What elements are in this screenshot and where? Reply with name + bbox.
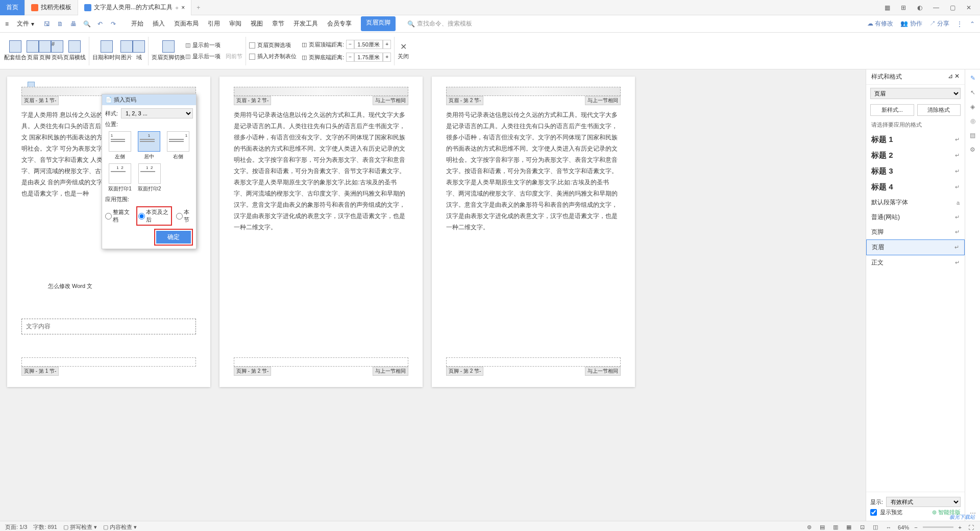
menu-header-footer[interactable]: 页眉页脚 xyxy=(361,16,396,31)
close-button[interactable]: ✕ xyxy=(963,2,975,14)
header-distance-value[interactable]: 1.50厘米 xyxy=(354,40,383,49)
document-canvas[interactable]: 页眉 - 第 1 节- 字是人类用符 息以传之久远的方式和工具。现代文字 录的工… xyxy=(0,69,866,521)
view-book-icon[interactable]: ▤ xyxy=(818,523,826,532)
page-indicator[interactable]: 页面: 1/3 xyxy=(5,523,27,531)
pos-left[interactable]: 1左侧 xyxy=(109,131,131,160)
share-button[interactable]: ↗ 分享 xyxy=(929,19,949,28)
tab-templates[interactable]: 找稻壳模板 xyxy=(25,0,78,15)
same-prev-label[interactable]: 同前节 xyxy=(226,53,242,60)
style-item[interactable]: 标题 2↵ xyxy=(866,148,965,163)
coop-button[interactable]: 👥 协作 xyxy=(900,19,922,28)
maximize-button[interactable]: ▢ xyxy=(946,2,959,14)
side-styles-icon[interactable]: ✎ xyxy=(970,75,975,82)
hamburger-icon[interactable]: ≡ xyxy=(5,20,9,28)
style-item[interactable]: 标题 3↵ xyxy=(866,163,965,179)
menu-pagelayout[interactable]: 页面布局 xyxy=(174,16,199,31)
ribbon-headerline[interactable]: 页眉横线 xyxy=(63,40,86,61)
menu-start[interactable]: 开始 xyxy=(131,16,143,31)
ribbon-footer[interactable]: 页脚 xyxy=(39,40,51,61)
menu-insert[interactable]: 插入 xyxy=(153,16,165,31)
side-select-icon[interactable]: ↖ xyxy=(970,89,975,96)
range-this-and-after[interactable]: 本页及之后 xyxy=(138,208,170,224)
range-whole-doc[interactable]: 整篇文档 xyxy=(105,208,132,224)
avatar-icon[interactable]: ◐ xyxy=(914,2,926,14)
ribbon-field[interactable]: 域 xyxy=(133,40,145,61)
zoom-out-button[interactable]: − xyxy=(914,524,917,530)
menu-references[interactable]: 引用 xyxy=(208,16,220,31)
side-settings-icon[interactable]: ⚙ xyxy=(970,146,975,153)
zoom-in-button[interactable]: + xyxy=(959,524,962,530)
pos-right[interactable]: 1右侧 xyxy=(167,131,189,160)
new-style-button[interactable]: 新样式... xyxy=(870,104,914,116)
menu-view[interactable]: 视图 xyxy=(251,16,263,31)
menu-vip[interactable]: 会员专享 xyxy=(327,16,352,31)
range-this-section[interactable]: 本节 xyxy=(176,208,193,224)
redo-icon[interactable]: ↷ xyxy=(109,19,118,29)
format-select[interactable]: 1, 2, 3 ... xyxy=(121,108,193,118)
current-style-select[interactable]: 页眉 xyxy=(870,88,961,99)
save-as-icon[interactable]: 🗎 xyxy=(56,19,65,29)
word-count[interactable]: 字数: 891 xyxy=(33,523,57,531)
view-target-icon[interactable]: ⊚ xyxy=(805,523,813,532)
spin-up[interactable]: + xyxy=(383,53,391,62)
tab-home[interactable]: 首页 xyxy=(0,0,25,15)
spin-down[interactable]: − xyxy=(346,40,354,49)
spin-down[interactable]: − xyxy=(346,53,354,62)
view-web-icon[interactable]: ▦ xyxy=(845,523,853,532)
ribbon-datetime[interactable]: 日期和时间 xyxy=(92,40,120,61)
fit-width-icon[interactable]: ↔ xyxy=(885,523,893,532)
pos-duplex2[interactable]: 1 2双面打印2 xyxy=(138,163,161,192)
footer-distance-value[interactable]: 1.75厘米 xyxy=(354,53,383,62)
ribbon-hf-options[interactable]: 页眉页脚选项 xyxy=(249,40,297,50)
command-search[interactable]: 🔍 查找命令、搜索模板 xyxy=(407,19,472,28)
style-item[interactable]: 标题 4↵ xyxy=(866,179,965,195)
pos-duplex1[interactable]: 1 2双面打印1 xyxy=(108,163,132,192)
content-check-toggle[interactable]: ▢ 内容检查 ▾ xyxy=(103,523,137,531)
apps-icon[interactable]: ⊞ xyxy=(897,2,910,14)
style-item[interactable]: 页眉↵ xyxy=(866,239,965,255)
tab-add-button[interactable]: + xyxy=(191,4,205,11)
view-read-icon[interactable]: ◫ xyxy=(871,523,879,532)
preview-checkbox[interactable] xyxy=(870,509,877,516)
ribbon-insert-tab[interactable]: 插入对齐制表位 xyxy=(249,52,297,61)
print-preview-icon[interactable]: 🔍 xyxy=(82,19,91,29)
style-item[interactable]: 默认段落字体a xyxy=(866,195,965,210)
zoom-value[interactable]: 64% xyxy=(898,524,909,530)
clear-format-button[interactable]: 清除格式 xyxy=(917,104,961,116)
fullscreen-icon[interactable]: ⛶ xyxy=(967,523,975,532)
more-icon[interactable]: ⋮ xyxy=(957,20,963,28)
view-outline-icon[interactable]: ⊡ xyxy=(858,523,866,532)
style-item[interactable]: 标题 1↵ xyxy=(866,132,965,148)
collapse-icon[interactable]: ⌃ xyxy=(970,20,975,28)
side-book-icon[interactable]: ▤ xyxy=(970,132,975,139)
undo-icon[interactable]: ↶ xyxy=(95,19,105,29)
save-icon[interactable]: 🖫 xyxy=(42,19,52,29)
style-item[interactable]: 页脚↵ xyxy=(866,225,965,239)
style-item[interactable]: 普通(网站)↵ xyxy=(866,210,965,225)
ribbon-show-prev[interactable]: ◫显示前一项 xyxy=(185,40,242,50)
spin-up[interactable]: + xyxy=(383,40,391,49)
tab-close-icon[interactable]: × xyxy=(181,4,185,11)
close-panel-icon[interactable]: ✕ xyxy=(954,73,960,80)
spellcheck-toggle[interactable]: ▢ 拼写检查 ▾ xyxy=(63,523,97,531)
ribbon-show-next[interactable]: ◫显示后一项 同前节 xyxy=(185,52,242,61)
pin-icon[interactable]: ⊿ xyxy=(948,73,953,80)
side-shapes-icon[interactable]: ◈ xyxy=(970,103,975,110)
pos-center[interactable]: 1居中 xyxy=(138,131,160,160)
side-layers-icon[interactable]: ◎ xyxy=(970,117,975,125)
ribbon-hf-switch[interactable]: 页眉页脚切换 xyxy=(152,40,185,61)
style-item[interactable]: 正文↵ xyxy=(866,255,965,270)
ribbon-header[interactable]: 页眉 xyxy=(27,40,39,61)
ribbon-close[interactable]: ✕关闭 xyxy=(398,41,409,60)
layout-icon[interactable]: ▦ xyxy=(881,2,893,14)
ribbon-image[interactable]: 图片 xyxy=(120,40,133,61)
tab-document[interactable]: 文字是人类用...的方式和工具 ● × xyxy=(78,0,191,15)
ribbon-pagenum[interactable]: #页码 xyxy=(51,40,63,61)
print-icon[interactable]: 🖶 xyxy=(69,19,78,29)
file-menu[interactable]: 文件▾ xyxy=(13,17,38,30)
view-print-icon[interactable]: ▥ xyxy=(831,523,840,532)
menu-review[interactable]: 审阅 xyxy=(229,16,241,31)
minimize-button[interactable]: — xyxy=(930,2,942,14)
menu-chapter[interactable]: 章节 xyxy=(272,16,284,31)
ribbon-set[interactable]: 配套组合 xyxy=(4,40,27,61)
